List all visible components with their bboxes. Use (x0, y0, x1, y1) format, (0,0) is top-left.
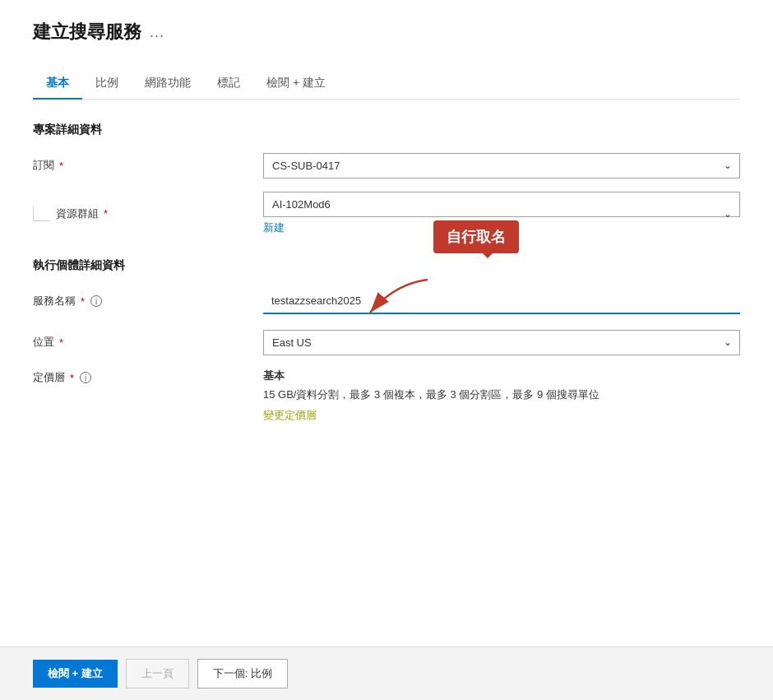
main-content: 建立搜尋服務 ... 基本 比例 網路功能 標記 檢閱 + 建立 專案詳細資料 … (0, 0, 773, 647)
project-details-section: 專案詳細資料 訂閱 * CS-SUB-0417 ⌄ 資源群組 (33, 123, 740, 235)
page-container: 建立搜尋服務 ... 基本 比例 網路功能 標記 檢閱 + 建立 專案詳細資料 … (0, 0, 773, 700)
instance-details-section: 執行個體詳細資料 服務名稱 * i 位置 * (33, 258, 740, 423)
pricing-tier-required: * (70, 372, 74, 384)
subscription-required: * (59, 160, 63, 172)
page-title: 建立搜尋服務 (33, 20, 141, 44)
project-details-heading: 專案詳細資料 (33, 123, 740, 137)
tab-basic[interactable]: 基本 (33, 67, 82, 99)
location-label: 位置 * (33, 335, 263, 350)
tab-network[interactable]: 網路功能 (132, 67, 204, 99)
pricing-tier-name: 基本 (263, 369, 740, 383)
service-name-label: 服務名稱 * i (33, 294, 263, 308)
pricing-tier-row: 定價層 * i 基本 15 GB/資料分割，最多 3 個複本，最多 3 個分割區… (33, 369, 740, 423)
subscription-select[interactable]: CS-SUB-0417 (263, 153, 740, 178)
review-build-button[interactable]: 檢閱 + 建立 (33, 660, 118, 688)
indent-line (33, 206, 49, 221)
tab-review[interactable]: 檢閱 + 建立 (253, 67, 339, 99)
tabs-row: 基本 比例 網路功能 標記 檢閱 + 建立 (33, 67, 740, 100)
service-name-row: 服務名稱 * i (33, 286, 740, 316)
location-select[interactable]: East US (263, 330, 740, 355)
tab-tags[interactable]: 標記 (204, 67, 253, 99)
pricing-tier-label: 定價層 * i (33, 369, 263, 385)
service-name-control (263, 289, 740, 314)
pricing-desc: 15 GB/資料分割，最多 3 個複本，最多 3 個分割區，最多 9 個搜尋單位 (263, 387, 740, 403)
location-required: * (59, 336, 63, 349)
location-row: 位置 * East US ⌄ (33, 327, 740, 357)
subscription-control: CS-SUB-0417 ⌄ (263, 153, 740, 178)
resource-group-label: 資源群組 * (33, 206, 263, 221)
subscription-row: 訂閱 * CS-SUB-0417 ⌄ (33, 151, 740, 180)
service-name-input[interactable] (263, 289, 740, 314)
resource-group-select[interactable]: AI-102Mod6 (263, 192, 740, 217)
location-control: East US ⌄ (263, 330, 740, 355)
instance-details-heading: 執行個體詳細資料 (33, 258, 740, 273)
page-title-row: 建立搜尋服務 ... (33, 20, 740, 44)
resource-group-row: 資源群組 * AI-102Mod6 ⌄ 新建 (33, 192, 740, 235)
prev-button[interactable]: 上一頁 (126, 659, 189, 688)
ellipsis-button[interactable]: ... (150, 24, 164, 41)
pricing-tier-info-icon[interactable]: i (80, 372, 91, 383)
subscription-label: 訂閱 * (33, 158, 263, 173)
resource-group-required: * (104, 207, 108, 220)
pricing-box: 基本 15 GB/資料分割，最多 3 個複本，最多 3 個分割區，最多 9 個搜… (263, 369, 740, 423)
tab-scale[interactable]: 比例 (82, 67, 132, 99)
bottom-bar: 檢閱 + 建立 上一頁 下一個: 比例 (0, 647, 773, 700)
service-name-required: * (81, 295, 85, 308)
next-button[interactable]: 下一個: 比例 (197, 659, 288, 688)
annotation-bubble: 自行取名 (433, 220, 519, 253)
pricing-change-link[interactable]: 變更定價層 (263, 409, 317, 421)
service-name-info-icon[interactable]: i (90, 295, 102, 307)
